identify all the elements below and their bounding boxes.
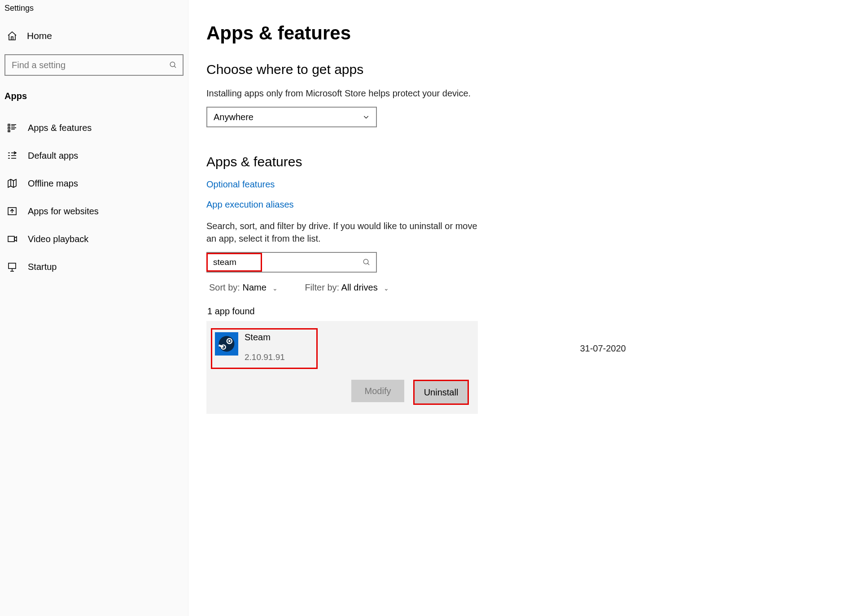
window-title: Settings xyxy=(0,0,188,24)
svg-rect-22 xyxy=(9,263,16,269)
choose-where-text: Installing apps only from Microsoft Stor… xyxy=(206,87,574,100)
search-icon xyxy=(169,61,177,69)
sort-by-control[interactable]: Sort by: Name ⌄ xyxy=(209,282,278,293)
apps-search-input[interactable] xyxy=(212,257,261,268)
svg-rect-2 xyxy=(8,124,10,126)
filter-help-text: Search, sort, and filter by drive. If yo… xyxy=(206,220,480,245)
optional-features-link[interactable]: Optional features xyxy=(206,179,574,190)
sidebar-item-apps-websites[interactable]: Apps for websites xyxy=(0,197,188,225)
app-source-dropdown[interactable]: Anywhere xyxy=(206,107,377,127)
offline-maps-icon xyxy=(6,178,18,189)
settings-sidebar: Settings Home Apps xyxy=(0,0,188,616)
home-label: Home xyxy=(27,30,52,41)
search-icon xyxy=(363,258,371,266)
svg-line-26 xyxy=(367,263,369,265)
uninstall-button[interactable]: Uninstall xyxy=(413,380,469,405)
sidebar-search[interactable] xyxy=(4,54,184,76)
sort-filter-row: Sort by: Name ⌄ Filter by: All drives ⌄ xyxy=(206,282,574,293)
sidebar-item-video-playback[interactable]: Video playback xyxy=(0,225,188,253)
startup-icon xyxy=(6,261,18,273)
app-item-highlight: Steam 2.10.91.91 xyxy=(211,328,318,369)
video-playback-icon xyxy=(6,233,18,245)
sidebar-item-label: Apps & features xyxy=(28,123,92,133)
svg-marker-15 xyxy=(8,179,16,187)
sidebar-item-offline-maps[interactable]: Offline maps xyxy=(0,169,188,197)
result-count: 1 app found xyxy=(207,306,574,317)
sidebar-search-input[interactable] xyxy=(11,60,169,71)
default-apps-icon xyxy=(6,150,18,161)
steam-app-icon xyxy=(215,332,238,356)
app-version: 2.10.91.91 xyxy=(245,352,285,362)
sidebar-item-startup[interactable]: Startup xyxy=(0,253,188,281)
apps-features-icon xyxy=(6,122,18,134)
chevron-down-icon: ⌄ xyxy=(384,285,389,292)
sidebar-item-label: Default apps xyxy=(28,151,78,161)
filter-by-control[interactable]: Filter by: All drives ⌄ xyxy=(305,282,389,293)
apps-features-heading: Apps & features xyxy=(206,154,574,169)
sidebar-item-apps-features[interactable]: Apps & features xyxy=(0,114,188,142)
svg-point-29 xyxy=(228,340,231,342)
svg-line-1 xyxy=(174,66,176,68)
search-term-highlight xyxy=(206,253,262,272)
sort-value: Name xyxy=(242,282,266,292)
page-title: Apps & features xyxy=(206,22,574,44)
main-content: Apps & features Choose where to get apps… xyxy=(188,0,592,616)
sidebar-item-label: Apps for websites xyxy=(28,206,99,217)
svg-rect-4 xyxy=(8,130,10,132)
sidebar-item-default-apps[interactable]: Default apps xyxy=(0,142,188,169)
sidebar-item-label: Startup xyxy=(28,262,57,272)
sort-label: Sort by: xyxy=(209,282,240,292)
app-name: Steam xyxy=(245,332,285,343)
app-list-item[interactable]: Steam 2.10.91.91 31-07-2020 Modify Unins… xyxy=(206,321,478,414)
svg-point-0 xyxy=(170,62,175,67)
apps-websites-icon xyxy=(6,205,18,217)
apps-search-box[interactable] xyxy=(206,252,377,273)
filter-label: Filter by: xyxy=(305,282,339,292)
home-nav[interactable]: Home xyxy=(0,24,188,48)
svg-point-25 xyxy=(363,259,368,264)
app-install-date: 31-07-2020 xyxy=(580,343,626,354)
home-icon xyxy=(6,30,18,42)
svg-rect-20 xyxy=(8,236,14,242)
sidebar-item-label: Offline maps xyxy=(28,178,78,189)
modify-button: Modify xyxy=(351,380,404,402)
filter-value: All drives xyxy=(341,282,378,292)
svg-rect-3 xyxy=(8,127,10,129)
sidebar-category: Apps xyxy=(0,88,188,114)
app-execution-aliases-link[interactable]: App execution aliases xyxy=(206,200,574,210)
sidebar-item-label: Video playback xyxy=(28,234,88,244)
dropdown-value: Anywhere xyxy=(214,112,254,122)
choose-where-heading: Choose where to get apps xyxy=(206,62,574,77)
svg-point-27 xyxy=(219,336,235,352)
chevron-down-icon xyxy=(363,113,370,121)
chevron-down-icon: ⌄ xyxy=(272,285,278,292)
